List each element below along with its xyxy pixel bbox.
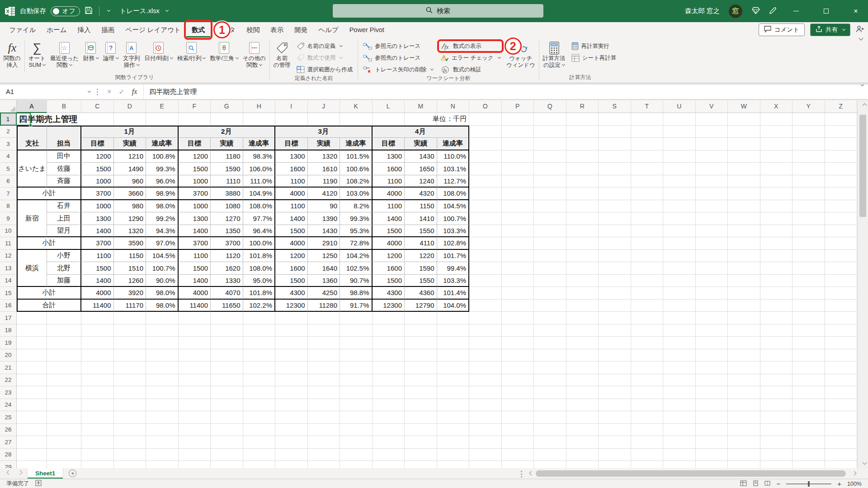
cell[interactable] <box>631 225 664 238</box>
cell[interactable] <box>599 163 631 175</box>
cell[interactable] <box>502 411 534 424</box>
cell[interactable] <box>793 374 825 387</box>
cell[interactable] <box>760 337 793 349</box>
cell[interactable]: 95.0% <box>243 275 276 287</box>
cell[interactable] <box>243 399 276 412</box>
cell[interactable]: 1620 <box>211 262 243 275</box>
cell[interactable] <box>663 212 696 225</box>
cell[interactable] <box>469 262 502 275</box>
cell[interactable] <box>243 374 276 387</box>
cell[interactable] <box>340 411 373 424</box>
row-header-27[interactable]: 27 <box>0 436 17 449</box>
ribbon-button-text-functions[interactable]: A文字列操作 <box>121 40 142 70</box>
row-header-12[interactable]: 12 <box>0 250 17 263</box>
cell[interactable] <box>696 324 728 337</box>
tab-view[interactable]: 表示 <box>265 22 289 38</box>
cell[interactable] <box>437 461 470 468</box>
row-header-15[interactable]: 15 <box>0 287 17 300</box>
normal-view-icon[interactable] <box>740 480 747 488</box>
cell[interactable] <box>211 449 243 461</box>
cell[interactable] <box>17 424 47 436</box>
cell[interactable]: 目標 <box>275 138 308 150</box>
cell[interactable] <box>17 225 47 238</box>
cell[interactable] <box>599 337 631 349</box>
cell[interactable] <box>663 287 696 300</box>
cell[interactable] <box>47 312 81 324</box>
cell[interactable]: 1200 <box>373 250 405 263</box>
cell[interactable] <box>17 374 47 387</box>
tab-scroll-divider[interactable] <box>521 471 522 472</box>
row-header-21[interactable]: 21 <box>0 361 17 374</box>
cell[interactable]: 1500 <box>373 225 405 238</box>
cell[interactable] <box>114 449 146 461</box>
cell[interactable] <box>17 349 47 362</box>
cell[interactable] <box>47 436 81 449</box>
cell[interactable] <box>663 150 696 163</box>
minimize-button[interactable] <box>786 0 807 22</box>
cell[interactable] <box>179 324 211 337</box>
cell[interactable] <box>728 250 760 263</box>
cell[interactable] <box>47 349 81 362</box>
cell[interactable]: 102.5% <box>340 262 373 275</box>
cell[interactable]: 97.7% <box>243 212 276 225</box>
cell[interactable]: 1320 <box>308 150 340 163</box>
expand-formula-bar-chevron-icon[interactable] <box>861 83 864 86</box>
cell[interactable] <box>566 399 599 412</box>
column-header-S[interactable]: S <box>599 100 631 113</box>
ribbon-button-create-from-selection[interactable]: 選択範囲から作成 <box>295 65 354 75</box>
ribbon-button-trace-dependents[interactable]: 参照先のトレース <box>362 53 434 63</box>
row-header-5[interactable]: 5 <box>0 163 17 175</box>
cell[interactable] <box>373 424 405 436</box>
cell[interactable] <box>340 424 373 436</box>
cell[interactable] <box>437 361 470 374</box>
document-title[interactable]: トレース.xlsx <box>120 7 160 15</box>
row-header-19[interactable]: 19 <box>0 337 17 349</box>
cell[interactable] <box>631 436 664 449</box>
cell[interactable] <box>469 200 502 213</box>
cell[interactable]: 1500 <box>179 163 211 175</box>
cell[interactable] <box>469 275 502 287</box>
cell[interactable] <box>566 411 599 424</box>
cell[interactable] <box>696 349 728 362</box>
cell[interactable] <box>405 399 437 412</box>
cell[interactable] <box>534 449 566 461</box>
cell[interactable] <box>308 386 340 399</box>
cell[interactable] <box>17 312 47 324</box>
cell[interactable] <box>534 250 566 263</box>
cell[interactable] <box>243 113 276 126</box>
cell[interactable]: 田中 <box>47 150 81 163</box>
cell[interactable] <box>566 436 599 449</box>
cell[interactable] <box>146 461 179 468</box>
cell[interactable]: 4320 <box>405 188 437 200</box>
cell[interactable] <box>663 126 696 138</box>
cell[interactable]: 1510 <box>114 262 146 275</box>
cell[interactable]: 90 <box>308 200 340 213</box>
column-header-T[interactable]: T <box>631 100 664 113</box>
cell[interactable] <box>502 237 534 250</box>
cell[interactable]: 3590 <box>114 237 146 250</box>
cell[interactable] <box>405 424 437 436</box>
cell[interactable] <box>243 436 276 449</box>
cell[interactable] <box>437 386 470 399</box>
cell[interactable] <box>17 250 47 263</box>
cell[interactable] <box>340 312 373 324</box>
cell[interactable] <box>599 250 631 263</box>
cell[interactable] <box>728 300 760 312</box>
quick-access-chevron-icon[interactable] <box>107 9 110 12</box>
cell[interactable]: 98.3% <box>243 150 276 163</box>
cell[interactable] <box>275 411 308 424</box>
cell[interactable] <box>179 436 211 449</box>
cell[interactable]: 1190 <box>308 175 340 188</box>
cell[interactable] <box>275 374 308 387</box>
cell[interactable] <box>599 212 631 225</box>
cell[interactable] <box>793 237 825 250</box>
cell[interactable]: 101.8% <box>243 250 276 263</box>
cell[interactable] <box>81 461 114 468</box>
cell[interactable] <box>696 126 728 138</box>
cell[interactable] <box>17 461 47 468</box>
cell[interactable] <box>631 374 664 387</box>
cell[interactable] <box>728 374 760 387</box>
ribbon-button-calculation-options[interactable]: 計算方法の設定 <box>541 40 568 70</box>
cell[interactable]: 1400 <box>81 275 114 287</box>
search-box[interactable]: 検索 <box>332 4 544 18</box>
